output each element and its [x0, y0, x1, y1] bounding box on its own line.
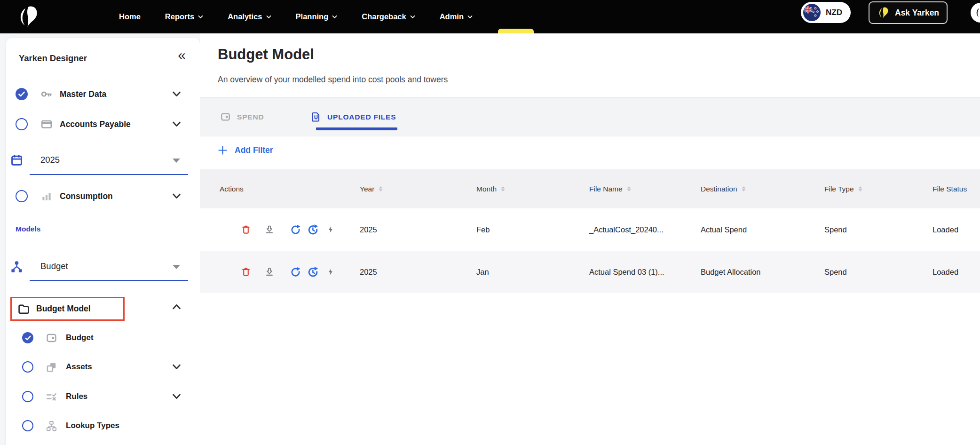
chevron-down-icon — [198, 15, 203, 19]
download-icon[interactable] — [264, 224, 275, 235]
app-window: Home Reports Analytics Planning Chargeba… — [0, 0, 980, 445]
run-icon[interactable] — [327, 266, 335, 278]
sidebar-item-label: Master Data — [60, 89, 106, 99]
reload-icon[interactable] — [290, 266, 301, 278]
file-name-cell: _ActualCost_20240... — [589, 208, 664, 251]
currency-selector[interactable]: NZD — [801, 2, 851, 23]
file-type-cell: Spend — [824, 251, 847, 293]
page-title: Budget Model — [218, 46, 314, 63]
table-row: 2025 Jan Actual Spend 03 (1)... Budget A… — [200, 251, 980, 293]
nav-item-analytics[interactable]: Analytics — [228, 12, 271, 21]
nav-item-label: Planning — [296, 12, 329, 21]
download-icon[interactable] — [264, 266, 275, 278]
chevron-up-icon[interactable] — [172, 304, 181, 310]
currency-label: NZD — [826, 8, 842, 17]
wallet-icon — [45, 332, 57, 344]
sidebar-item-label: Accounts Payable — [60, 119, 131, 129]
reload-icon[interactable] — [290, 224, 301, 236]
nz-flag-icon — [803, 4, 821, 21]
sidebar-subitem-assets[interactable]: Assets — [6, 355, 200, 379]
layers-icon — [45, 361, 57, 373]
column-label: Destination — [701, 185, 737, 193]
models-section-label: Models — [16, 225, 40, 233]
month-cell: Feb — [476, 208, 490, 251]
nav-item-reports[interactable]: Reports — [165, 12, 203, 21]
unchecked-circle-icon[interactable] — [22, 361, 33, 373]
bar-chart-icon — [40, 190, 53, 203]
unchecked-circle-icon[interactable] — [16, 118, 28, 130]
select-caret-icon — [173, 265, 180, 269]
tab-bar: SPEND UPLOADED FILES — [200, 97, 980, 136]
yarken-logo[interactable] — [16, 4, 40, 30]
chevron-down-icon[interactable] — [172, 193, 181, 199]
sidebar-item-budget-model[interactable]: Budget Model — [10, 297, 125, 321]
active-tab-indicator — [316, 127, 397, 130]
reload-history-icon[interactable] — [307, 223, 319, 236]
column-header-actions: Actions — [220, 169, 244, 208]
ask-yarken-label: Ask Yarken — [895, 8, 939, 18]
chevron-down-icon[interactable] — [172, 364, 181, 370]
run-icon[interactable] — [327, 224, 335, 235]
sidebar-item-consumption[interactable]: Consumption — [6, 184, 200, 208]
sidebar-collapse-button[interactable]: « — [178, 48, 186, 62]
unchecked-circle-icon[interactable] — [22, 420, 33, 431]
column-header-file-name[interactable]: File Name — [589, 169, 632, 208]
tab-spend[interactable]: SPEND — [220, 98, 264, 136]
tab-label: UPLOADED FILES — [327, 113, 396, 121]
nav-item-chargeback[interactable]: Chargeback — [362, 12, 415, 21]
year-select[interactable]: 2025 — [6, 147, 200, 173]
delete-icon[interactable] — [241, 266, 251, 278]
model-select-value: Budget — [40, 261, 68, 271]
unchecked-circle-icon[interactable] — [22, 391, 33, 402]
checked-circle-icon[interactable] — [22, 332, 33, 343]
sidebar-item-label: Rules — [66, 392, 87, 401]
column-header-year[interactable]: Year — [360, 169, 384, 208]
user-avatar[interactable] — [971, 3, 980, 23]
column-label: File Type — [824, 185, 854, 193]
destination-cell: Budget Allocation — [701, 251, 761, 293]
checked-circle-icon[interactable] — [16, 88, 28, 100]
top-navbar: Home Reports Analytics Planning Chargeba… — [0, 0, 980, 33]
model-select[interactable]: Budget — [6, 254, 200, 279]
hierarchy-icon — [9, 259, 24, 273]
folder-icon — [17, 302, 30, 316]
chevron-down-icon[interactable] — [172, 121, 181, 127]
table-header: Actions Year Month File Name Destination… — [200, 169, 980, 208]
file-status-cell: Loaded — [933, 251, 958, 293]
sort-icon — [857, 186, 863, 192]
sidebar-item-master-data[interactable]: Master Data — [6, 82, 200, 106]
reload-history-icon[interactable] — [307, 266, 319, 278]
sidebar-item-accounts-payable[interactable]: Accounts Payable — [6, 112, 200, 136]
nav-item-home[interactable]: Home — [119, 12, 141, 21]
sidebar-subitem-lookup-types[interactable]: Lookup Types — [6, 414, 200, 437]
column-label: Year — [360, 185, 374, 193]
chevron-down-icon[interactable] — [172, 394, 181, 399]
nav-item-label: Admin — [440, 12, 464, 21]
rules-checklist-icon — [45, 390, 57, 403]
nav-item-planning[interactable]: Planning — [296, 12, 338, 21]
sidebar-subitem-rules[interactable]: Rules — [6, 385, 200, 408]
add-filter-button[interactable]: Add Filter — [218, 142, 273, 159]
ask-yarken-button[interactable]: Ask Yarken — [869, 1, 948, 24]
wallet-icon — [220, 111, 231, 122]
nav-item-label: Home — [119, 12, 141, 21]
designer-sidebar: Yarken Designer « Master Data Accounts P… — [6, 38, 200, 445]
nav-item-admin[interactable]: Admin — [440, 12, 473, 21]
nav-active-indicator — [498, 29, 534, 33]
file-name-cell: Actual Spend 03 (1)... — [589, 251, 664, 293]
sidebar-subitem-budget[interactable]: Budget — [6, 326, 200, 350]
chevron-down-icon[interactable] — [172, 91, 181, 97]
tab-label: SPEND — [237, 113, 264, 121]
column-label: Actions — [220, 185, 244, 193]
sidebar-item-label: Assets — [66, 362, 92, 372]
delete-icon[interactable] — [241, 224, 251, 235]
unchecked-circle-icon[interactable] — [16, 190, 28, 202]
column-header-file-type[interactable]: File Type — [824, 169, 863, 208]
year-select-underline — [30, 174, 188, 175]
table-row: 2025 Feb _ActualCost_20240... Actual Spe… — [200, 208, 980, 251]
destination-cell: Actual Spend — [701, 208, 747, 251]
column-header-month[interactable]: Month — [476, 169, 506, 208]
yarken-logo-icon-yellow — [877, 6, 890, 20]
column-header-destination[interactable]: Destination — [701, 169, 747, 208]
file-attachment-icon — [310, 111, 321, 122]
